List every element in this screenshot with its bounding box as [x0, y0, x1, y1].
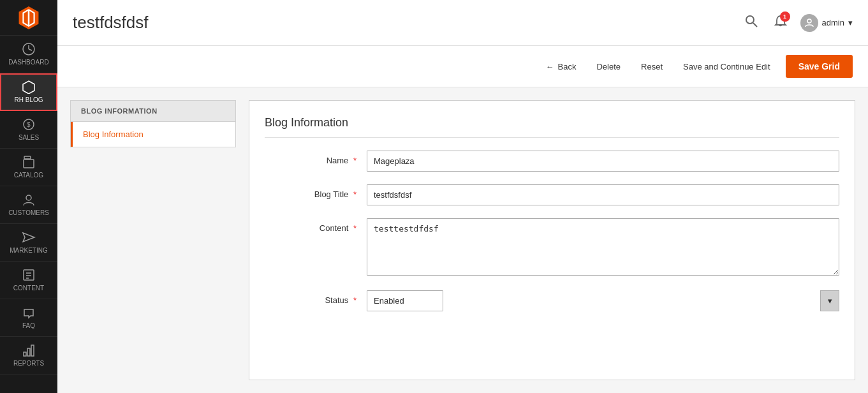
sidebar-item-content-label: CONTENT [13, 285, 44, 292]
admin-chevron-icon: ▾ [848, 18, 853, 27]
content-required: * [353, 223, 357, 233]
sidebar-item-faq-label: FAQ [22, 322, 35, 330]
svg-rect-5 [24, 156, 31, 159]
page-title: testfdsfdsf [73, 13, 149, 33]
save-grid-label: Save Grid [798, 61, 840, 71]
blog-title-input[interactable] [367, 184, 839, 205]
blog-title-control [367, 184, 839, 205]
search-button[interactable] [742, 11, 761, 34]
sidebar-item-dashboard[interactable]: DASHBOARD [0, 36, 57, 73]
svg-marker-8 [23, 233, 34, 242]
content-area: BLOG INFORMATION Blog Information Blog I… [57, 87, 868, 393]
status-label: Status * [265, 290, 367, 305]
admin-avatar [800, 14, 818, 32]
sidebar-item-catalog[interactable]: CATALOG [0, 149, 57, 186]
form-row-status: Status * Enabled Disabled ▾ [265, 290, 839, 311]
status-required: * [353, 295, 357, 305]
blog-title-label: Blog Title * [265, 184, 367, 199]
sidebar-item-catalog-label: CATALOG [14, 172, 43, 179]
admin-menu-button[interactable]: admin ▾ [800, 14, 853, 32]
header-right: 1 admin ▾ [742, 11, 853, 34]
save-grid-button[interactable]: Save Grid [786, 55, 853, 78]
sidebar-item-marketing[interactable]: MARKETING [0, 224, 57, 262]
main-content: testfdsfdsf 1 [57, 0, 868, 393]
sidebar-item-customers[interactable]: CUSTOMERS [0, 186, 57, 224]
content-label: Content * [265, 218, 367, 233]
sidebar-item-content[interactable]: CONTENT [0, 262, 57, 299]
sidebar-item-rh-blog[interactable]: RH BLOG [0, 73, 57, 111]
notification-button[interactable]: 1 [771, 11, 790, 34]
back-label: Back [558, 62, 577, 71]
delete-label: Delete [596, 62, 621, 71]
sidebar-item-sales[interactable]: $ SALES [0, 111, 57, 149]
admin-label: admin [822, 18, 844, 27]
delete-button[interactable]: Delete [591, 58, 626, 75]
rh-blog-icon [22, 80, 36, 94]
sidebar-item-dashboard-label: DASHBOARD [8, 59, 48, 66]
left-panel: BLOG INFORMATION Blog Information [70, 100, 236, 380]
form-row-content: Content * testtestdfdsf [265, 218, 839, 278]
svg-rect-13 [24, 352, 26, 356]
panel-section-header: BLOG INFORMATION [70, 100, 236, 122]
sidebar-item-rh-blog-label: RH BLOG [14, 96, 43, 104]
content-control: testtestdfdsf [367, 218, 839, 278]
status-select-wrapper: Enabled Disabled ▾ [367, 290, 839, 311]
save-continue-button[interactable]: Save and Continue Edit [678, 58, 776, 75]
svg-marker-2 [23, 81, 34, 94]
save-continue-label: Save and Continue Edit [683, 62, 770, 71]
panel-nav-item-label: Blog Information [83, 130, 143, 139]
sidebar-item-marketing-label: MARKETING [10, 247, 47, 255]
reset-button[interactable]: Reset [636, 58, 668, 75]
svg-point-18 [807, 19, 811, 23]
form-row-name: Name * [265, 151, 839, 172]
form-section-title: Blog Information [265, 116, 839, 138]
user-icon [804, 18, 814, 28]
back-arrow-icon: ← [546, 62, 554, 71]
name-label: Name * [265, 151, 367, 165]
name-control [367, 151, 839, 172]
back-button[interactable]: ← Back [541, 58, 582, 75]
select-arrow-icon: ▾ [820, 290, 839, 311]
svg-rect-14 [27, 348, 30, 356]
form-panel: Blog Information Name * Blog Title * [249, 100, 855, 380]
svg-rect-15 [31, 345, 34, 356]
sidebar-item-customers-label: CUSTOMERS [8, 209, 49, 217]
catalog-icon [22, 155, 36, 169]
sidebar-item-reports-label: REPORTS [13, 360, 44, 367]
dashboard-icon [22, 42, 36, 56]
svg-line-17 [753, 23, 757, 27]
panel-nav: Blog Information [70, 122, 236, 147]
blog-title-required: * [353, 189, 357, 199]
content-textarea[interactable]: testtestdfdsf [367, 218, 839, 276]
panel-nav-item-blog-information[interactable]: Blog Information [71, 122, 235, 147]
svg-rect-6 [24, 159, 34, 168]
name-required: * [353, 156, 357, 165]
status-select[interactable]: Enabled Disabled [367, 290, 443, 311]
status-control: Enabled Disabled ▾ [367, 290, 839, 311]
faq-icon [22, 306, 36, 320]
marketing-icon [22, 230, 36, 244]
sidebar: DASHBOARD RH BLOG $ SALES CATALOG CUSTOM… [0, 0, 57, 393]
reset-label: Reset [641, 62, 663, 71]
search-icon [744, 14, 758, 28]
sidebar-item-faq[interactable]: FAQ [0, 299, 57, 337]
customers-icon [22, 193, 36, 207]
svg-point-16 [746, 16, 754, 24]
name-input[interactable] [367, 151, 839, 172]
header: testfdsfdsf 1 [57, 0, 868, 46]
reports-icon [22, 343, 36, 357]
magento-logo-icon [17, 6, 40, 29]
svg-text:$: $ [27, 121, 31, 128]
sidebar-item-reports[interactable]: REPORTS [0, 337, 57, 374]
svg-point-7 [26, 195, 31, 200]
sales-icon: $ [22, 117, 36, 131]
form-row-blog-title: Blog Title * [265, 184, 839, 205]
content-icon [22, 268, 36, 282]
notification-badge: 1 [780, 11, 790, 22]
sidebar-logo [0, 0, 57, 36]
action-bar: ← Back Delete Reset Save and Continue Ed… [57, 46, 868, 87]
sidebar-item-sales-label: SALES [18, 134, 39, 142]
